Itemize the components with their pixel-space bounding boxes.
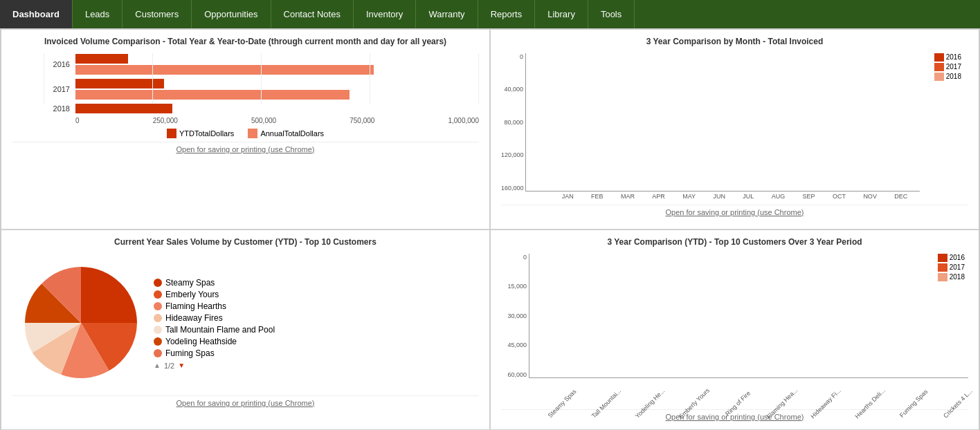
pie-legend-hideaway: Hideaway Fires (154, 313, 275, 323)
legend-ytd-label: YTDTotalDollars (179, 129, 234, 138)
grouped-chart-wrap: 60,000 45,000 30,000 15,000 0 (501, 254, 968, 406)
bar-annual-2017 (75, 90, 350, 100)
customer-comparison-panel: 3 Year Comparison (YTD) - Top 10 Custome… (490, 230, 979, 430)
legend-annual-color (248, 129, 257, 138)
nav-contact-notes[interactable]: Contact Notes (271, 0, 354, 28)
next-page-icon[interactable]: ▼ (178, 362, 185, 369)
bar-label-2016: 2016 (44, 60, 70, 68)
x-axis-labels: 0 250,000 500,000 750,000 1,000,000 (44, 117, 479, 124)
nav-customers[interactable]: Customers (122, 0, 192, 28)
top-left-open-link[interactable]: Open for saving or printing (use Chrome) (12, 142, 479, 156)
bar-label-2018: 2018 (44, 104, 70, 113)
monthly-comparison-title: 3 Year Comparison by Month - Total Invoi… (501, 37, 968, 48)
pie-slice-steamy (81, 267, 137, 323)
pie-section: Steamy Spas Emberly Yours Flaming Hearth… (12, 254, 479, 392)
bar-ytd-2016 (75, 54, 128, 64)
legend-ytd-color (167, 129, 176, 138)
bar-row-2018: 2018 (44, 103, 479, 114)
pie-legend-yodeling: Yodeling Heathside (154, 337, 275, 346)
legend-ytd: YTDTotalDollars (167, 129, 234, 138)
legend-2018: 2018 (934, 73, 961, 81)
invoiced-legend: YTDTotalDollars AnnualTotalDollars (12, 129, 479, 138)
bar-ytd-2017 (75, 79, 164, 88)
nav-opportunities[interactable]: Opportunities (192, 0, 271, 28)
grouped-bar-chart (529, 254, 968, 378)
bar-ytd-2018 (75, 104, 172, 113)
nav-leads[interactable]: Leads (73, 0, 122, 28)
page-indicator: 1/2 (164, 362, 174, 370)
y-axis-monthly: 160,000 120,000 80,000 40,000 0 (501, 53, 525, 191)
nav-inventory[interactable]: Inventory (354, 0, 416, 28)
bar-label-2017: 2017 (44, 85, 70, 93)
nav-reports[interactable]: Reports (478, 0, 536, 28)
pie-chart-svg (19, 261, 143, 385)
customer-comparison-title: 3 Year Comparison (YTD) - Top 10 Custome… (501, 237, 968, 248)
monthly-comparison-panel: 3 Year Comparison by Month - Total Invoi… (490, 29, 979, 230)
nav-tools[interactable]: Tools (588, 0, 635, 28)
bar-row-2017: 2017 (44, 78, 479, 100)
nav-warranty[interactable]: Warranty (416, 0, 478, 28)
pie-legend-tall: Tall Mountain Flame and Pool (154, 325, 275, 335)
bar-annual-2016 (75, 65, 374, 75)
pie-chart-title: Current Year Sales Volume by Customer (Y… (12, 237, 479, 248)
x-labels-months: JANFEBMARAPRMAYJUNJULAUGSEPOCTNOVDEC (550, 191, 920, 201)
invoiced-volume-title: Invoiced Volume Comparison - Total Year … (12, 37, 479, 48)
legend-2016: 2016 (934, 53, 961, 62)
pie-legend-steamy: Steamy Spas (154, 278, 275, 288)
g-y-axis: 60,000 45,000 30,000 15,000 0 (501, 254, 529, 378)
g-x-labels: Steamy Spas Tall Mountai... Yodeling He.… (529, 378, 968, 406)
bar-row-2016: 2016 (44, 53, 479, 75)
pie-legend-flaming: Flaming Hearths (154, 301, 275, 311)
top-right-open-link[interactable]: Open for saving or printing (use Chrome) (501, 205, 968, 219)
legend-2017: 2017 (934, 63, 961, 71)
legend-annual-label: AnnualTotalDollars (260, 129, 324, 138)
pie-legend-fuming: Fuming Spas (154, 348, 275, 358)
bottom-left-open-link[interactable]: Open for saving or printing (use Chrome) (12, 395, 479, 410)
monthly-legend: 2016 2017 2018 (934, 53, 961, 82)
dashboard-grid: Invoiced Volume Comparison - Total Year … (0, 28, 980, 430)
pie-pagination: ▲ 1/2 ▼ (154, 362, 275, 370)
pie-legend: Steamy Spas Emberly Yours Flaming Hearth… (154, 276, 275, 370)
legend-annual: AnnualTotalDollars (248, 129, 324, 138)
monthly-bar-chart (525, 53, 920, 191)
pie-chart-panel: Current Year Sales Volume by Customer (Y… (1, 230, 490, 430)
nav-library[interactable]: Library (535, 0, 588, 28)
main-nav: Dashboard Leads Customers Opportunities … (0, 0, 980, 28)
nav-dashboard[interactable]: Dashboard (0, 0, 73, 28)
prev-page-icon[interactable]: ▲ (154, 362, 161, 369)
pie-legend-emberly: Emberly Yours (154, 290, 275, 299)
invoiced-volume-panel: Invoiced Volume Comparison - Total Year … (1, 29, 490, 230)
